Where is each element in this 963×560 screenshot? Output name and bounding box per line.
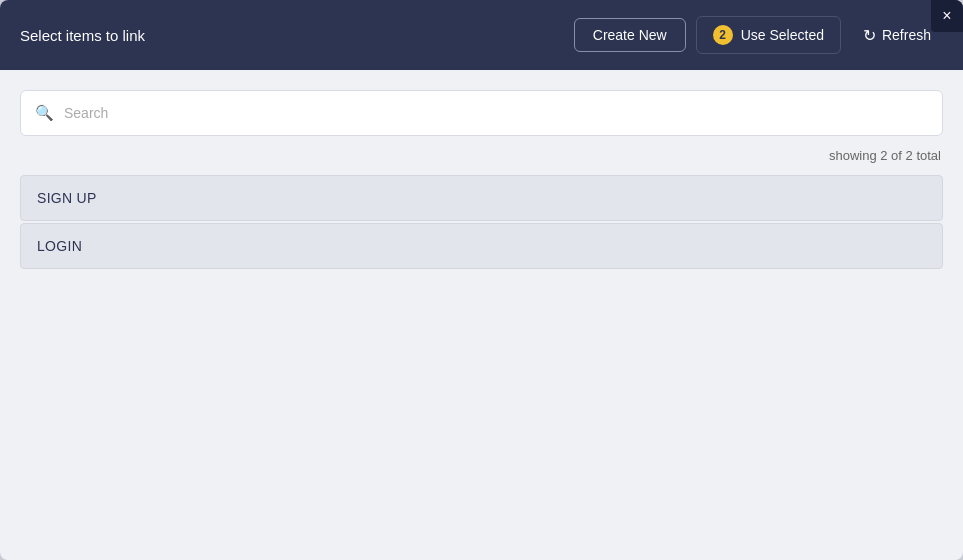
modal-body: 🔍 showing 2 of 2 total SIGN UPLOGIN xyxy=(0,70,963,560)
use-selected-label: Use Selected xyxy=(741,27,824,43)
refresh-button[interactable]: ↻ Refresh xyxy=(851,18,943,53)
search-input[interactable] xyxy=(64,91,928,135)
header-actions: Create New 2 Use Selected ↻ Refresh xyxy=(574,16,943,54)
refresh-label: Refresh xyxy=(882,27,931,43)
use-selected-button[interactable]: 2 Use Selected xyxy=(696,16,841,54)
modal-title: Select items to link xyxy=(20,27,145,44)
create-new-button[interactable]: Create New xyxy=(574,18,686,52)
modal: Select items to link Create New 2 Use Se… xyxy=(0,0,963,560)
results-info: showing 2 of 2 total xyxy=(20,148,943,163)
list-item[interactable]: SIGN UP xyxy=(20,175,943,221)
close-button[interactable]: × xyxy=(931,0,963,32)
list-item[interactable]: LOGIN xyxy=(20,223,943,269)
search-icon: 🔍 xyxy=(35,104,54,122)
modal-header: Select items to link Create New 2 Use Se… xyxy=(0,0,963,70)
items-list: SIGN UPLOGIN xyxy=(20,175,943,269)
search-container: 🔍 xyxy=(20,90,943,136)
refresh-icon: ↻ xyxy=(863,26,876,45)
use-selected-badge: 2 xyxy=(713,25,733,45)
